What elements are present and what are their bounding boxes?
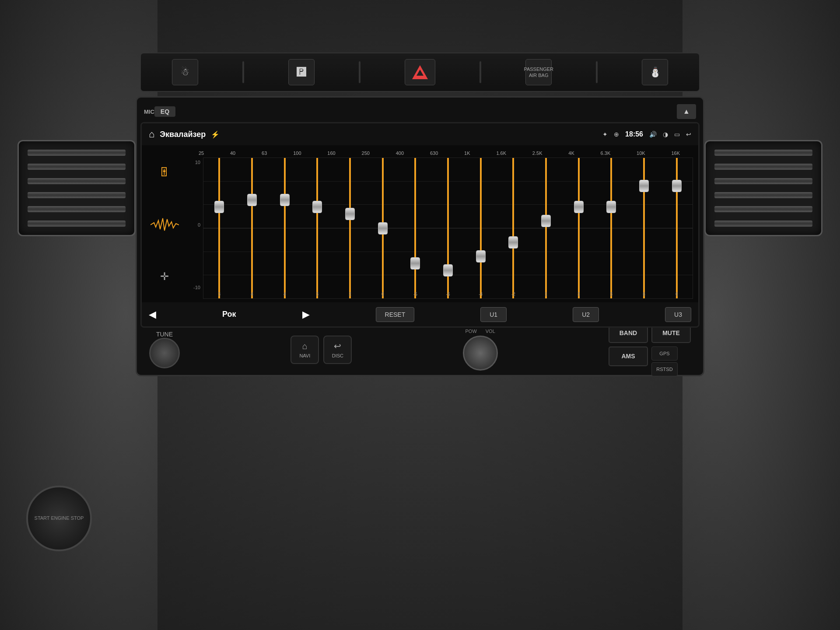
freq-label-6.3K: 6.3K: [601, 150, 611, 156]
home-button[interactable]: ⌂: [149, 129, 154, 140]
slider-track: [610, 158, 612, 298]
passenger-airbag-button[interactable]: PASSENGER AIR BAG: [525, 59, 552, 85]
eq-band-630[interactable]: -6: [432, 158, 464, 298]
slider-handle[interactable]: [345, 208, 355, 220]
slider-value: 0: [382, 292, 384, 297]
start-engine-label: START ENGINE STOP: [35, 515, 84, 522]
eq-band-25[interactable]: 3: [203, 158, 235, 298]
u2-button[interactable]: U2: [573, 307, 599, 322]
passenger-airbag-label: PASSENGER AIR BAG: [524, 66, 553, 79]
eq-scale-labels: 10 0 -10: [186, 158, 203, 299]
eq-sliders-area: 10 0 -10 344320-5-6: [186, 158, 693, 299]
move-icon[interactable]: ✛: [160, 270, 169, 283]
car-interior: ☃ 🅿 PASSENGER AIR BAG ⛄ MIC EQ ▲ ⌂: [0, 0, 840, 630]
slider-handle[interactable]: [443, 264, 453, 276]
next-preset-button[interactable]: ▶: [302, 309, 310, 320]
waveform-svg: [150, 214, 179, 236]
home-nav-icon: ⌂: [302, 341, 308, 351]
eq-band-6.3K[interactable]: 3: [595, 158, 627, 298]
prev-preset-button[interactable]: ◀: [149, 309, 156, 320]
vent-slat: [714, 206, 812, 212]
slider-handle[interactable]: [639, 180, 649, 192]
hazard-button[interactable]: [405, 59, 435, 85]
navi-button[interactable]: ⌂ NAVI: [290, 336, 319, 364]
waveform-area: [149, 212, 180, 238]
slider-value: 2: [349, 292, 351, 297]
screen-title: Эквалайзер: [160, 130, 206, 139]
freq-label-4K: 4K: [568, 150, 574, 156]
freq-label-250: 250: [362, 150, 370, 156]
back-icon[interactable]: ↩: [686, 131, 691, 138]
eq-bars: 344320-5-6-4-213366: [203, 158, 693, 299]
u1-button[interactable]: U1: [480, 307, 507, 322]
eq-band-400[interactable]: -5: [399, 158, 431, 298]
slider-track: [676, 158, 678, 298]
eq-band-10K[interactable]: 6: [628, 158, 660, 298]
eq-band-100[interactable]: 3: [301, 158, 333, 298]
eq-band-4K[interactable]: 3: [563, 158, 595, 298]
nav-buttons: ⌂ NAVI ↩ DISC: [290, 336, 352, 364]
brightness-icon[interactable]: ◑: [663, 131, 668, 138]
vent-slat: [28, 192, 126, 198]
head-unit: MIC EQ ▲ ⌂ Эквалайзер ⚡ ✦ ⊕ 18:56 🔊 ◑: [136, 96, 704, 376]
slider-handle[interactable]: [247, 194, 257, 206]
u3-button[interactable]: U3: [665, 307, 691, 322]
disc-label: DISC: [332, 353, 343, 358]
freq-label-1.6K: 1.6K: [496, 150, 506, 156]
slider-handle[interactable]: [574, 201, 584, 213]
right-vent: [704, 140, 822, 236]
start-engine-button[interactable]: START ENGINE STOP: [26, 486, 92, 551]
slider-handle[interactable]: [606, 201, 616, 213]
wiper-button[interactable]: ⛄: [642, 59, 668, 85]
gps-button[interactable]: GPS: [651, 346, 678, 360]
slider-handle[interactable]: [541, 215, 551, 227]
usb-icon: ⚡: [211, 130, 220, 139]
eq-band-16K[interactable]: 6: [661, 158, 693, 298]
slider-value: -5: [413, 292, 417, 297]
vent-slat: [28, 164, 126, 170]
reset-button[interactable]: RESET: [376, 307, 415, 322]
eq-band-250[interactable]: 0: [367, 158, 399, 298]
slider-value: -2: [511, 292, 515, 297]
slider-handle[interactable]: [280, 194, 290, 206]
slider-track: [643, 158, 645, 298]
status-left: ⌂ Эквалайзер ⚡: [149, 129, 220, 140]
slider-handle[interactable]: [476, 250, 486, 262]
eq-band-160[interactable]: 2: [334, 158, 366, 298]
freq-label-40: 40: [230, 150, 235, 156]
pow-label: POW: [466, 329, 477, 334]
freq-label-400: 400: [396, 150, 404, 156]
slider-handle[interactable]: [378, 222, 388, 234]
eq-band-2.5K[interactable]: 1: [530, 158, 562, 298]
eq-band-40[interactable]: 4: [236, 158, 268, 298]
volume-icon[interactable]: 🔊: [649, 131, 657, 138]
slider-track: [251, 158, 253, 298]
heated-seat-button[interactable]: ☃: [172, 59, 198, 85]
vol-knob[interactable]: [463, 336, 498, 371]
divider: [596, 61, 598, 83]
eq-band-1.6K[interactable]: -2: [497, 158, 529, 298]
eject-button[interactable]: ▲: [677, 104, 696, 119]
slider-handle[interactable]: [214, 201, 224, 213]
slider-value: 6: [676, 292, 678, 297]
eq-freq-labels: 2540631001602504006301K1.6K2.5K4K6.3K10K…: [186, 149, 693, 158]
vent-slat: [28, 206, 126, 212]
tune-knob[interactable]: [149, 338, 180, 368]
vent-slat: [714, 164, 812, 170]
slider-handle[interactable]: [672, 180, 682, 192]
disc-button[interactable]: ↩ DISC: [323, 336, 352, 364]
slider-value: 1: [545, 292, 547, 297]
parking-sensor-button[interactable]: 🅿: [288, 59, 315, 85]
ams-button[interactable]: AMS: [609, 346, 648, 366]
screen-icon[interactable]: ▭: [674, 131, 680, 138]
eq-settings-icon[interactable]: 🎚: [158, 165, 171, 179]
vol-label: VOL: [486, 329, 495, 334]
slider-handle[interactable]: [508, 236, 518, 248]
scale-bot: -10: [186, 285, 200, 290]
eq-band-63[interactable]: 4: [269, 158, 301, 298]
slider-value: -4: [479, 292, 483, 297]
slider-handle[interactable]: [410, 257, 420, 270]
eq-band-1K[interactable]: -4: [465, 158, 497, 298]
slider-handle[interactable]: [312, 201, 322, 213]
freq-label-160: 160: [327, 150, 335, 156]
